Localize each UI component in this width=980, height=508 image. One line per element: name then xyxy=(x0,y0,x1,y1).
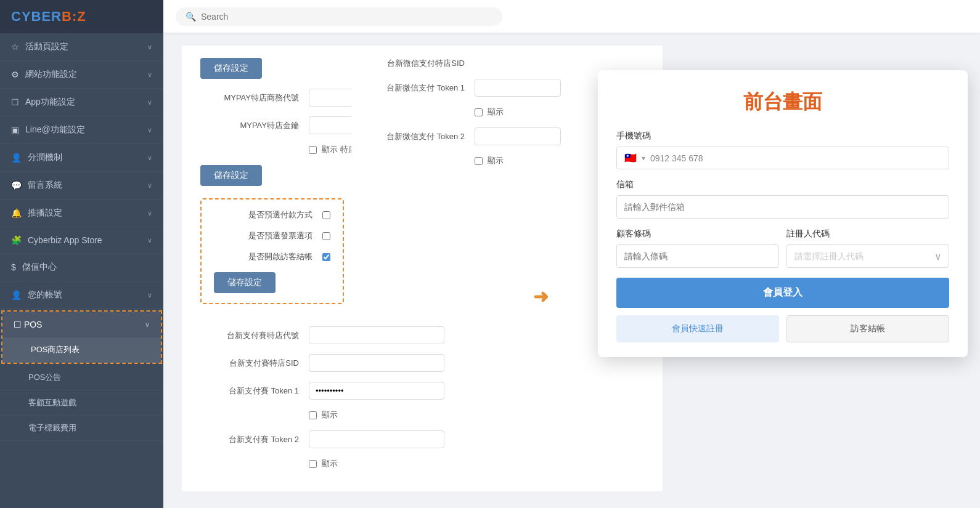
sidebar-item-lineat[interactable]: ▣ Line@功能設定 ∨ xyxy=(0,116,163,144)
taishin-token1-input[interactable] xyxy=(309,382,444,400)
taishin-token1-show-checkbox[interactable] xyxy=(309,411,317,419)
content-area: 儲存設定 MYPAY特店商務代號 MYPAY特店金鑰 顯示 特店金鑰 儲存設定 xyxy=(163,33,980,508)
chevron-icon: ∨ xyxy=(147,182,152,190)
sidebar-item-push[interactable]: 🔔 推播設定 ∨ xyxy=(0,200,163,227)
preselector-ticket-row: 是否預選發票選項 xyxy=(214,230,330,241)
chevron-icon: ∨ xyxy=(147,43,152,51)
preselector-ticket-label: 是否預選發票選項 xyxy=(214,230,312,241)
sidebar-item-activity[interactable]: ☆ 活動頁設定 ∨ xyxy=(0,33,163,61)
sidebar-item-message[interactable]: 💬 留言系統 ∨ xyxy=(0,172,163,200)
sidebar-item-label: 活動頁設定 xyxy=(25,41,68,52)
email-input[interactable] xyxy=(616,195,949,219)
taishin-merchant-code-input[interactable] xyxy=(309,326,444,344)
chevron-icon: ∨ xyxy=(147,291,152,299)
chat-icon: ▣ xyxy=(11,125,19,135)
taishin-token1-row: 台新支付賽 Token 1 xyxy=(200,382,644,400)
star-icon: ☆ xyxy=(11,42,19,52)
sidebar-item-account[interactable]: 👤 您的帳號 ∨ xyxy=(0,281,163,309)
chevron-icon: ∨ xyxy=(147,209,152,217)
wechat-form: 台新微信支付特店SID 台新微信支付 Token 1 顯示 台新微信支付 Tok… xyxy=(351,46,586,188)
sidebar-sub-pos-announcement[interactable]: POS公告 xyxy=(0,365,163,390)
message-icon: 💬 xyxy=(11,180,22,190)
taishin-merchant-sid-input[interactable] xyxy=(309,354,444,372)
bottom-buttons-row: 會員快速註冊 訪客結帳 xyxy=(616,315,949,342)
sidebar-item-label: 您的帳號 xyxy=(28,289,62,300)
mypay-merchant-total-label: MYPAY特店金鑰 xyxy=(200,120,299,131)
sidebar-item-site-function[interactable]: ⚙ 網站功能設定 ∨ xyxy=(0,61,163,89)
wechat-token2-show-label: 顯示 xyxy=(488,155,504,166)
barcode-input[interactable] xyxy=(616,244,779,268)
taishin-merchant-code-row: 台新支付賽特店代號 xyxy=(200,326,644,344)
save-button-1[interactable]: 儲存設定 xyxy=(200,165,262,186)
search-input[interactable] xyxy=(201,12,492,22)
chevron-icon: ∨ xyxy=(147,154,152,162)
wechat-token1-input[interactable] xyxy=(475,79,561,97)
taishin-token2-show-row: 顯示 xyxy=(309,458,644,469)
phone-label: 手機號碼 xyxy=(616,131,949,142)
popup-modal: 前台畫面 手機號碼 🇹🇼 ▾ 0912 345 678 信箱 顧客條碼 註冊人代… xyxy=(598,70,968,357)
arrow-indicator: ➜ xyxy=(533,286,549,307)
taishin-token2-row: 台新支付賽 Token 2 xyxy=(200,430,644,448)
wechat-token2-show-checkbox[interactable] xyxy=(475,157,483,165)
puzzle-icon: 🧩 xyxy=(11,235,22,245)
taishin-token1-show-label: 顯示 xyxy=(322,409,338,421)
popup-title: 前台畫面 xyxy=(616,89,949,116)
main-area: 🔍 儲存設定 MYPAY特店商務代號 MYPAY特店金鑰 顯示 特店金鑰 xyxy=(163,0,980,508)
login-button[interactable]: 會員登入 xyxy=(616,278,949,308)
bell-icon: 🔔 xyxy=(11,208,22,218)
wechat-token2-input[interactable] xyxy=(475,127,561,145)
wechat-token1-show-checkbox[interactable] xyxy=(475,108,483,116)
prepay-method-checkbox[interactable] xyxy=(322,211,330,219)
sidebar-item-pos[interactable]: ☐ POS ∨ xyxy=(2,312,161,337)
sidebar-item-label: 儲值中心 xyxy=(22,262,57,273)
pos-icon: ☐ xyxy=(14,320,22,329)
person-icon: 👤 xyxy=(11,290,22,300)
guest-checkout-label: 是否開啟訪客結帳 xyxy=(214,251,312,262)
sidebar-sub-electronic-fee[interactable]: 電子標籤費用 xyxy=(0,416,163,441)
sidebar-item-value-center[interactable]: $ 儲值中心 xyxy=(0,254,163,281)
guest-button[interactable]: 訪客結帳 xyxy=(786,315,949,342)
sidebar-sub-customer-game[interactable]: 客顧互動遊戲 xyxy=(0,390,163,416)
sidebar: CYBERB:Z ☆ 活動頁設定 ∨ ⚙ 網站功能設定 ∨ ☐ App功能設定 … xyxy=(0,0,163,508)
preselector-ticket-checkbox[interactable] xyxy=(322,232,330,240)
search-icon: 🔍 xyxy=(186,12,196,22)
chevron-icon: ∨ xyxy=(147,236,152,244)
wechat-sid-label: 台新微信支付特店SID xyxy=(366,58,465,69)
phone-number-text: 0912 345 678 xyxy=(650,153,703,163)
register-button[interactable]: 會員快速註冊 xyxy=(616,315,779,342)
gear-icon: ⚙ xyxy=(11,70,19,79)
taishin-token1-label: 台新支付賽 Token 1 xyxy=(200,385,299,397)
sidebar-item-appstore[interactable]: 🧩 Cyberbiz App Store ∨ xyxy=(0,227,163,254)
save-button-top[interactable]: 儲存設定 xyxy=(200,58,262,79)
mypay-merchant-code-label: MYPAY特店商務代號 xyxy=(200,92,299,103)
taishin-token2-show-checkbox[interactable] xyxy=(309,460,317,468)
phone-dropdown-icon: ▾ xyxy=(642,154,645,163)
sidebar-sub-label: 客顧互動遊戲 xyxy=(28,397,76,408)
sidebar-item-label: Line@功能設定 xyxy=(25,124,85,135)
chevron-down-icon: ∨ xyxy=(145,321,150,329)
show-merchant-total-checkbox[interactable] xyxy=(309,146,317,154)
chevron-icon: ∨ xyxy=(147,71,152,79)
wechat-token2-label: 台新微信支付 Token 2 xyxy=(366,131,465,142)
chevron-icon: ∨ xyxy=(147,126,152,134)
phone-input-row[interactable]: 🇹🇼 ▾ 0912 345 678 xyxy=(616,147,949,169)
logo-cyber: CYBER xyxy=(11,9,62,24)
prepay-method-label: 是否預選付款方式 xyxy=(214,209,312,220)
barcode-label: 顧客條碼 xyxy=(616,228,779,240)
referral-select[interactable]: 請選擇註冊人代碼 xyxy=(786,244,949,268)
wechat-token2-row: 台新微信支付 Token 2 xyxy=(366,127,571,145)
dollar-icon: $ xyxy=(11,262,16,272)
barcode-col: 顧客條碼 xyxy=(616,228,779,268)
guest-checkout-checkbox[interactable] xyxy=(322,253,330,261)
taishin-token2-input[interactable] xyxy=(309,430,444,448)
sidebar-item-label: Cyberbiz App Store xyxy=(28,235,102,245)
sidebar-item-label: App功能設定 xyxy=(25,97,75,108)
taishin-token2-label: 台新支付賽 Token 2 xyxy=(200,434,299,445)
sidebar-item-label: POS xyxy=(24,320,43,329)
sidebar-sub-pos-store-list[interactable]: POS商店列表 xyxy=(2,337,161,363)
logo-biz: B:Z xyxy=(62,9,86,24)
pos-section: ☐ POS ∨ POS商店列表 xyxy=(1,310,162,364)
sidebar-item-split[interactable]: 👤 分潤機制 ∨ xyxy=(0,144,163,172)
save-button-2[interactable]: 儲存設定 xyxy=(214,272,276,293)
sidebar-item-app-function[interactable]: ☐ App功能設定 ∨ xyxy=(0,89,163,116)
